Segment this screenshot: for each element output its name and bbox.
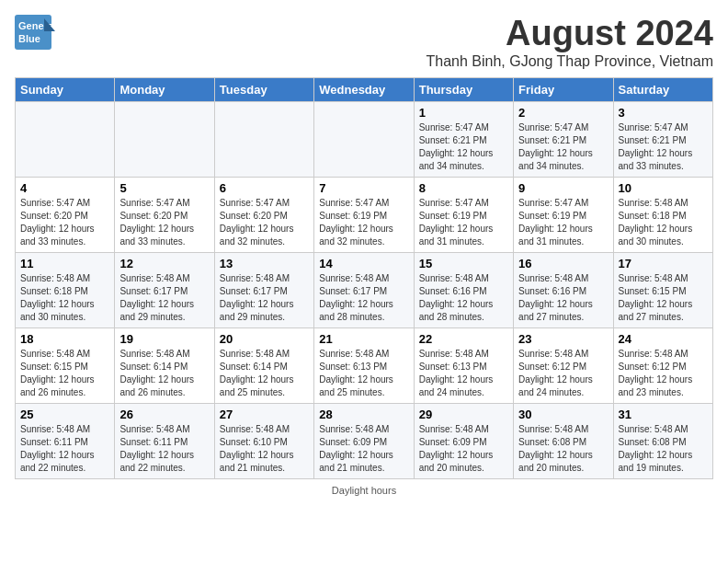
day-info: Sunrise: 5:48 AM Sunset: 6:12 PM Dayligh… bbox=[619, 348, 708, 399]
calendar-cell: 21Sunrise: 5:48 AM Sunset: 6:13 PM Dayli… bbox=[314, 327, 414, 403]
calendar-cell: 18Sunrise: 5:48 AM Sunset: 6:15 PM Dayli… bbox=[16, 327, 115, 403]
calendar-cell: 16Sunrise: 5:48 AM Sunset: 6:16 PM Dayli… bbox=[514, 252, 613, 327]
day-header: Thursday bbox=[414, 77, 513, 101]
day-info: Sunrise: 5:48 AM Sunset: 6:10 PM Dayligh… bbox=[220, 423, 309, 475]
day-info: Sunrise: 5:48 AM Sunset: 6:09 PM Dayligh… bbox=[319, 423, 408, 475]
calendar-cell: 17Sunrise: 5:48 AM Sunset: 6:15 PM Dayli… bbox=[613, 252, 712, 327]
day-info: Sunrise: 5:47 AM Sunset: 6:21 PM Dayligh… bbox=[619, 121, 708, 173]
calendar-cell: 31Sunrise: 5:48 AM Sunset: 6:08 PM Dayli… bbox=[613, 403, 712, 478]
calendar-cell: 27Sunrise: 5:48 AM Sunset: 6:10 PM Dayli… bbox=[214, 403, 313, 478]
day-number: 13 bbox=[220, 257, 309, 270]
day-number: 20 bbox=[220, 332, 309, 346]
day-info: Sunrise: 5:47 AM Sunset: 6:19 PM Dayligh… bbox=[319, 197, 408, 248]
calendar-week-row: 1Sunrise: 5:47 AM Sunset: 6:21 PM Daylig… bbox=[16, 101, 713, 177]
day-number: 2 bbox=[518, 106, 608, 120]
calendar-cell: 11Sunrise: 5:48 AM Sunset: 6:18 PM Dayli… bbox=[16, 252, 115, 327]
calendar-cell: 6Sunrise: 5:47 AM Sunset: 6:20 PM Daylig… bbox=[214, 177, 313, 252]
day-number: 14 bbox=[319, 257, 408, 270]
calendar-week-row: 18Sunrise: 5:48 AM Sunset: 6:15 PM Dayli… bbox=[16, 327, 713, 403]
day-info: Sunrise: 5:48 AM Sunset: 6:17 PM Dayligh… bbox=[119, 272, 209, 324]
day-number: 23 bbox=[518, 332, 608, 346]
svg-text:Blue: Blue bbox=[18, 33, 40, 44]
day-number: 3 bbox=[619, 106, 708, 120]
calendar-cell: 1Sunrise: 5:47 AM Sunset: 6:21 PM Daylig… bbox=[414, 101, 513, 177]
day-header: Saturday bbox=[613, 77, 712, 101]
calendar-cell: 2Sunrise: 5:47 AM Sunset: 6:21 PM Daylig… bbox=[514, 101, 613, 177]
day-number: 4 bbox=[20, 181, 109, 195]
calendar-cell: 28Sunrise: 5:48 AM Sunset: 6:09 PM Dayli… bbox=[314, 403, 414, 478]
day-number: 31 bbox=[619, 408, 708, 421]
day-info: Sunrise: 5:47 AM Sunset: 6:20 PM Dayligh… bbox=[119, 197, 209, 248]
day-info: Sunrise: 5:48 AM Sunset: 6:16 PM Dayligh… bbox=[419, 272, 508, 324]
calendar-cell: 26Sunrise: 5:48 AM Sunset: 6:11 PM Dayli… bbox=[115, 403, 214, 478]
calendar-cell: 24Sunrise: 5:48 AM Sunset: 6:12 PM Dayli… bbox=[613, 327, 712, 403]
day-info: Sunrise: 5:48 AM Sunset: 6:12 PM Dayligh… bbox=[518, 348, 608, 399]
day-number: 8 bbox=[419, 181, 508, 195]
calendar-cell: 20Sunrise: 5:48 AM Sunset: 6:14 PM Dayli… bbox=[214, 327, 313, 403]
day-number: 7 bbox=[319, 181, 408, 195]
day-info: Sunrise: 5:48 AM Sunset: 6:15 PM Dayligh… bbox=[20, 348, 109, 399]
calendar-cell: 7Sunrise: 5:47 AM Sunset: 6:19 PM Daylig… bbox=[314, 177, 414, 252]
day-info: Sunrise: 5:48 AM Sunset: 6:14 PM Dayligh… bbox=[119, 348, 209, 399]
day-info: Sunrise: 5:47 AM Sunset: 6:19 PM Dayligh… bbox=[419, 197, 508, 248]
calendar-cell: 4Sunrise: 5:47 AM Sunset: 6:20 PM Daylig… bbox=[16, 177, 115, 252]
day-info: Sunrise: 5:48 AM Sunset: 6:17 PM Dayligh… bbox=[319, 272, 408, 324]
day-info: Sunrise: 5:47 AM Sunset: 6:19 PM Dayligh… bbox=[518, 197, 608, 248]
day-number: 30 bbox=[518, 408, 608, 421]
calendar-cell: 14Sunrise: 5:48 AM Sunset: 6:17 PM Dayli… bbox=[314, 252, 414, 327]
day-number: 1 bbox=[419, 106, 508, 120]
day-info: Sunrise: 5:48 AM Sunset: 6:11 PM Dayligh… bbox=[20, 423, 109, 475]
calendar-cell: 15Sunrise: 5:48 AM Sunset: 6:16 PM Dayli… bbox=[414, 252, 513, 327]
calendar-week-row: 11Sunrise: 5:48 AM Sunset: 6:18 PM Dayli… bbox=[16, 252, 713, 327]
day-info: Sunrise: 5:47 AM Sunset: 6:21 PM Dayligh… bbox=[518, 121, 608, 173]
day-number: 15 bbox=[419, 257, 508, 270]
calendar-cell bbox=[214, 101, 313, 177]
calendar-week-row: 4Sunrise: 5:47 AM Sunset: 6:20 PM Daylig… bbox=[16, 177, 713, 252]
day-number: 17 bbox=[619, 257, 708, 270]
calendar-cell: 8Sunrise: 5:47 AM Sunset: 6:19 PM Daylig… bbox=[414, 177, 513, 252]
day-header: Wednesday bbox=[314, 77, 414, 101]
day-info: Sunrise: 5:48 AM Sunset: 6:15 PM Dayligh… bbox=[619, 272, 708, 324]
day-info: Sunrise: 5:48 AM Sunset: 6:17 PM Dayligh… bbox=[220, 272, 309, 324]
day-number: 22 bbox=[419, 332, 508, 346]
logo: General Blue bbox=[15, 15, 55, 50]
day-info: Sunrise: 5:48 AM Sunset: 6:08 PM Dayligh… bbox=[619, 423, 708, 475]
calendar-cell: 3Sunrise: 5:47 AM Sunset: 6:21 PM Daylig… bbox=[613, 101, 712, 177]
day-info: Sunrise: 5:48 AM Sunset: 6:16 PM Dayligh… bbox=[518, 272, 608, 324]
location-title: Thanh Binh, GJong Thap Province, Vietnam bbox=[427, 53, 713, 70]
day-info: Sunrise: 5:48 AM Sunset: 6:09 PM Dayligh… bbox=[419, 423, 508, 475]
calendar-cell: 10Sunrise: 5:48 AM Sunset: 6:18 PM Dayli… bbox=[613, 177, 712, 252]
header: General Blue August 2024 Thanh Binh, GJo… bbox=[15, 15, 713, 70]
day-number: 28 bbox=[319, 408, 408, 421]
day-number: 12 bbox=[119, 257, 209, 270]
day-number: 29 bbox=[419, 408, 508, 421]
day-info: Sunrise: 5:48 AM Sunset: 6:13 PM Dayligh… bbox=[419, 348, 508, 399]
day-info: Sunrise: 5:48 AM Sunset: 6:13 PM Dayligh… bbox=[319, 348, 408, 399]
day-info: Sunrise: 5:47 AM Sunset: 6:20 PM Dayligh… bbox=[20, 197, 109, 248]
day-header: Monday bbox=[115, 77, 214, 101]
day-number: 11 bbox=[20, 257, 109, 270]
calendar-week-row: 25Sunrise: 5:48 AM Sunset: 6:11 PM Dayli… bbox=[16, 403, 713, 478]
day-number: 18 bbox=[20, 332, 109, 346]
calendar-cell: 23Sunrise: 5:48 AM Sunset: 6:12 PM Dayli… bbox=[514, 327, 613, 403]
day-number: 10 bbox=[619, 181, 708, 195]
month-title: August 2024 bbox=[427, 15, 713, 53]
calendar-cell bbox=[314, 101, 414, 177]
day-info: Sunrise: 5:48 AM Sunset: 6:11 PM Dayligh… bbox=[119, 423, 209, 475]
day-header: Tuesday bbox=[214, 77, 313, 101]
calendar-cell: 22Sunrise: 5:48 AM Sunset: 6:13 PM Dayli… bbox=[414, 327, 513, 403]
calendar-cell bbox=[16, 101, 115, 177]
day-number: 6 bbox=[220, 181, 309, 195]
calendar-cell: 5Sunrise: 5:47 AM Sunset: 6:20 PM Daylig… bbox=[115, 177, 214, 252]
day-number: 25 bbox=[20, 408, 109, 421]
day-info: Sunrise: 5:47 AM Sunset: 6:21 PM Dayligh… bbox=[419, 121, 508, 173]
calendar-cell: 25Sunrise: 5:48 AM Sunset: 6:11 PM Dayli… bbox=[16, 403, 115, 478]
day-info: Sunrise: 5:48 AM Sunset: 6:18 PM Dayligh… bbox=[619, 197, 708, 248]
logo-icon: General Blue bbox=[15, 15, 55, 50]
day-number: 9 bbox=[518, 181, 608, 195]
calendar-cell: 9Sunrise: 5:47 AM Sunset: 6:19 PM Daylig… bbox=[514, 177, 613, 252]
calendar-cell bbox=[115, 101, 214, 177]
calendar-cell: 13Sunrise: 5:48 AM Sunset: 6:17 PM Dayli… bbox=[214, 252, 313, 327]
day-number: 24 bbox=[619, 332, 708, 346]
calendar-cell: 19Sunrise: 5:48 AM Sunset: 6:14 PM Dayli… bbox=[115, 327, 214, 403]
